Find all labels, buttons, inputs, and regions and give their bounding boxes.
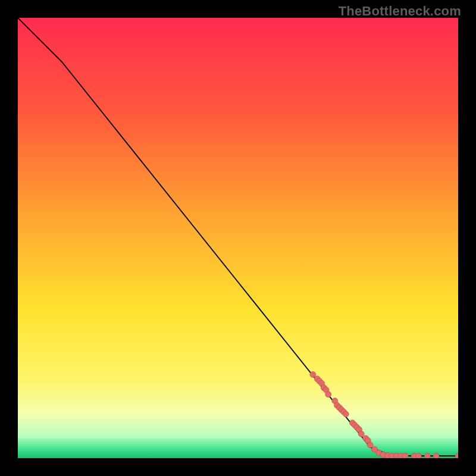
data-marker bbox=[424, 453, 430, 458]
gradient-background bbox=[18, 18, 458, 458]
bottleneck-chart bbox=[18, 18, 458, 458]
data-marker bbox=[358, 431, 364, 437]
data-marker bbox=[415, 453, 421, 458]
data-marker bbox=[343, 411, 349, 417]
data-marker bbox=[433, 453, 439, 458]
data-marker bbox=[310, 371, 316, 377]
watermark-label: TheBottleneck.com bbox=[339, 4, 461, 19]
data-marker bbox=[325, 392, 331, 397]
data-marker bbox=[402, 453, 408, 458]
data-marker bbox=[367, 442, 373, 448]
